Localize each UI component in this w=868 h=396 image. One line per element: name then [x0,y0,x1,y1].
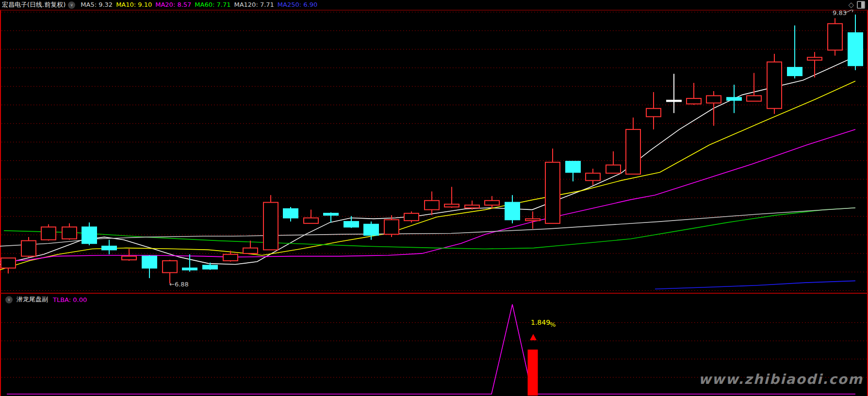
candle [122,249,136,261]
candle [566,161,580,181]
candle [667,74,681,113]
candle [142,255,157,278]
window-icons: ◇ [848,0,865,9]
ma20-label: MA20: 8.57 [155,0,191,10]
candle [828,18,842,56]
signal-value-label: 1.849 [531,318,550,326]
ma250-label: MA250: 6.90 [278,0,317,10]
sub-indicator-value: TLBA: 0.00 [53,296,87,303]
candle [787,26,802,79]
signal-unit-label: % [550,321,556,328]
signal-triangle-icon [530,334,537,340]
signal-bar [528,349,538,396]
collapse-sub-panel-button[interactable]: ∨ [5,296,13,303]
candle [586,169,600,185]
ma5-label: MA5: 9.32 [81,0,113,10]
sub-indicator-header: ∨ 潜龙尾盘副 TLBA: 0.00 [3,295,87,304]
ma-lines [0,57,855,289]
title-bar: 宏昌电子(日线.前复权) ∨ MA5: 9.32 MA10: 9.10 MA20… [0,0,868,10]
candle [747,73,761,101]
ma10-label: MA10: 9.10 [116,0,152,10]
panel-layout-icon[interactable] [857,1,865,9]
candle [626,118,640,174]
candle [727,85,741,113]
candle [182,254,197,272]
candle [21,237,36,257]
symbol-title: 宏昌电子(日线.前复权) [2,0,66,10]
chart-window: 1.849%9.83←6.88 宏昌电子(日线.前复权) ∨ MA5: 9.32… [0,0,868,396]
candle [1,258,16,273]
watermark: www.zhibiaodi.com [699,371,863,387]
ma-line-MA120 [0,208,855,246]
ma120-label: MA120: 7.71 [234,0,274,10]
candle [444,187,459,208]
ma-line-MA250 [655,281,855,289]
candle [465,201,479,210]
candle [243,241,258,254]
candle [646,92,661,129]
candle [283,207,298,222]
candle [525,211,540,229]
candle [62,223,77,240]
candle [767,54,782,114]
collapse-main-panel-button[interactable]: ∨ [68,1,75,9]
diamond-icon[interactable]: ◇ [848,0,854,9]
low-price-label: ←6.88 [169,281,189,288]
candle [807,52,822,78]
candle [82,222,97,245]
sub-indicator-name: 潜龙尾盘副 [16,295,48,304]
ma60-label: MA60: 7.71 [195,0,230,10]
candle [545,149,560,223]
candle [606,151,621,173]
candle [425,191,439,215]
high-price-label: 9.83 [833,9,847,16]
candle [102,240,116,254]
candle [848,15,863,70]
candle [263,195,278,250]
candle [505,195,520,223]
grid-lines [1,12,867,377]
candle [404,211,419,222]
candle [163,260,177,284]
candlestick-chart-canvas[interactable]: 1.849%9.83←6.88 [0,0,868,396]
ma-line-MA20 [0,129,855,262]
panel-layout-icon-fill [861,2,864,8]
candle [706,91,721,126]
candle [41,224,56,241]
candles [1,15,863,284]
